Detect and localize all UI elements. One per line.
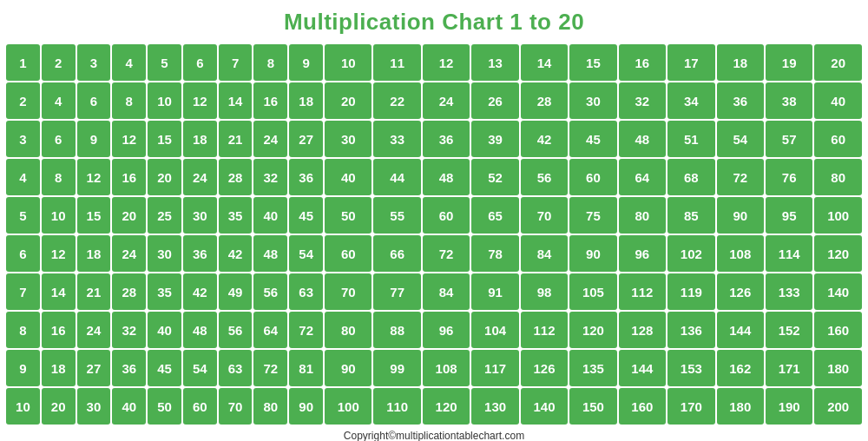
table-cell: 21 [77, 273, 111, 310]
table-row: 1234567891011121314151617181920 [6, 44, 862, 81]
table-cell: 16 [619, 44, 666, 81]
table-cell: 24 [253, 121, 287, 157]
table-cell: 64 [253, 312, 287, 348]
table-cell: 24 [112, 235, 146, 272]
table-cell: 10 [148, 82, 181, 119]
table-cell: 112 [521, 312, 568, 348]
table-row: 3691215182124273033363942454851545760 [6, 121, 862, 157]
table-row: 5101520253035404550556065707580859095100 [6, 197, 862, 234]
table-cell: 3 [6, 121, 40, 157]
table-cell: 21 [219, 121, 253, 157]
table-cell: 90 [325, 350, 372, 386]
table-cell: 28 [112, 273, 146, 310]
table-cell: 14 [42, 273, 76, 310]
table-cell: 9 [77, 121, 111, 157]
table-cell: 126 [717, 273, 764, 310]
table-cell: 78 [471, 235, 518, 272]
table-cell: 95 [766, 197, 812, 234]
table-cell: 44 [373, 159, 420, 195]
table-cell: 51 [667, 121, 714, 157]
table-cell: 135 [569, 350, 616, 386]
table-cell: 6 [77, 82, 111, 119]
table-cell: 36 [183, 235, 217, 272]
table-cell: 90 [717, 197, 764, 234]
table-cell: 18 [42, 350, 76, 386]
table-cell: 9 [6, 350, 40, 386]
table-cell: 60 [325, 235, 372, 272]
table-cell: 10 [42, 197, 76, 234]
table-cell: 11 [373, 44, 420, 81]
table-cell: 160 [619, 388, 666, 425]
table-cell: 35 [219, 197, 253, 234]
table-cell: 162 [717, 350, 764, 386]
table-row: 246810121416182022242628303234363840 [6, 82, 862, 119]
table-cell: 100 [814, 197, 862, 234]
table-cell: 24 [423, 82, 470, 119]
table-cell: 80 [325, 312, 372, 348]
table-cell: 140 [814, 273, 862, 310]
table-cell: 140 [521, 388, 568, 425]
table-cell: 6 [6, 235, 40, 272]
table-cell: 28 [219, 159, 253, 195]
table-row: 8162432404856647280889610411212012813614… [6, 312, 862, 348]
table-cell: 30 [325, 121, 372, 157]
table-cell: 38 [766, 82, 812, 119]
table-cell: 36 [112, 350, 146, 386]
table-cell: 18 [717, 44, 764, 81]
table-cell: 72 [253, 350, 287, 386]
table-cell: 80 [619, 197, 666, 234]
table-cell: 52 [471, 159, 518, 195]
table-cell: 76 [766, 159, 812, 195]
table-cell: 90 [289, 388, 323, 425]
table-cell: 104 [471, 312, 518, 348]
table-cell: 55 [373, 197, 420, 234]
table-cell: 98 [521, 273, 568, 310]
table-cell: 9 [289, 44, 323, 81]
table-cell: 112 [619, 273, 666, 310]
table-cell: 30 [183, 197, 217, 234]
table-cell: 63 [219, 350, 253, 386]
table-cell: 50 [325, 197, 372, 234]
table-cell: 32 [112, 312, 146, 348]
table-cell: 90 [569, 235, 616, 272]
table-cell: 100 [325, 388, 372, 425]
table-cell: 18 [77, 235, 111, 272]
table-cell: 36 [717, 82, 764, 119]
table-cell: 10 [6, 388, 40, 425]
table-cell: 99 [373, 350, 420, 386]
table-cell: 66 [373, 235, 420, 272]
table-cell: 18 [183, 121, 217, 157]
table-cell: 36 [423, 121, 470, 157]
table-cell: 72 [717, 159, 764, 195]
table-cell: 180 [717, 388, 764, 425]
table-cell: 81 [289, 350, 323, 386]
table-cell: 108 [423, 350, 470, 386]
table-cell: 12 [112, 121, 146, 157]
table-cell: 120 [814, 235, 862, 272]
table-cell: 160 [814, 312, 862, 348]
table-cell: 12 [423, 44, 470, 81]
table-cell: 32 [619, 82, 666, 119]
table-cell: 64 [619, 159, 666, 195]
table-cell: 84 [521, 235, 568, 272]
table-cell: 96 [423, 312, 470, 348]
table-cell: 45 [148, 350, 181, 386]
table-cell: 136 [667, 312, 714, 348]
table-cell: 70 [325, 273, 372, 310]
table-cell: 6 [42, 121, 76, 157]
table-cell: 153 [667, 350, 714, 386]
table-cell: 2 [42, 44, 76, 81]
table-cell: 110 [373, 388, 420, 425]
table-cell: 68 [667, 159, 714, 195]
table-cell: 72 [423, 235, 470, 272]
footer-copyright: Copyright©multiplicationtablechart.com [344, 426, 524, 441]
table-row: 7142128354249566370778491981051121191261… [6, 273, 862, 310]
table-cell: 70 [219, 388, 253, 425]
table-cell: 27 [77, 350, 111, 386]
table-cell: 180 [814, 350, 862, 386]
table-row: 1020304050607080901001101201301401501601… [6, 388, 862, 425]
table-cell: 54 [183, 350, 217, 386]
page-title: Multiplication Chart 1 to 20 [284, 0, 584, 43]
table-cell: 200 [814, 388, 862, 425]
table-cell: 28 [521, 82, 568, 119]
